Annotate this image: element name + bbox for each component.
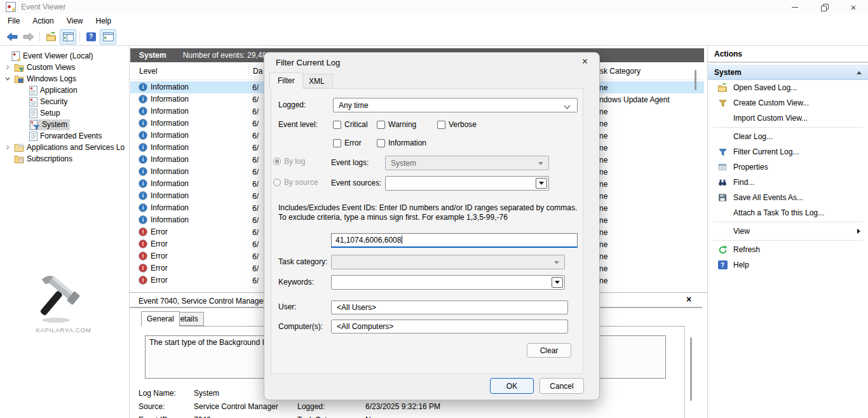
cancel-button[interactable]: Cancel — [539, 378, 584, 394]
column-divider[interactable] — [248, 66, 249, 76]
watermark-text: KAPILARYA.COM — [28, 327, 99, 334]
tree-item-applications-and-services[interactable]: Applications and Services Lo — [0, 142, 129, 153]
event-level: Information — [151, 107, 189, 116]
action-open-saved-log[interactable]: Open Saved Log... — [708, 80, 868, 95]
error-icon: ! — [139, 252, 147, 260]
event-task-category: ne — [599, 228, 689, 237]
minimize-button[interactable] — [780, 0, 810, 14]
event-date: 6/ — [252, 276, 259, 285]
help-button[interactable]: ? — [83, 30, 98, 44]
collapse-arrow-icon[interactable] — [857, 71, 862, 74]
tree-item-security[interactable]: Security — [0, 96, 129, 107]
tree-item-system[interactable]: System — [0, 119, 129, 130]
event-task-category: ne — [599, 204, 689, 213]
back-button[interactable] — [4, 30, 20, 44]
event-sources-dropdown[interactable] — [385, 176, 549, 191]
checkbox-critical[interactable]: Critical — [333, 120, 368, 129]
event-task-category: ne — [599, 240, 689, 249]
event-task-category: ndows Update Agent — [599, 95, 689, 104]
action-filter-current-log[interactable]: Filter Current Log... — [708, 144, 868, 159]
dialog-tab-filter[interactable]: Filter — [269, 72, 303, 89]
computers-input[interactable] — [331, 320, 568, 334]
radio-icon — [273, 179, 281, 186]
event-task-category: ne — [599, 216, 689, 225]
subscriptions-folder-icon — [14, 155, 24, 163]
event-ids-input[interactable]: 41,1074,6006,6008 — [331, 233, 578, 248]
restore-button[interactable] — [810, 0, 839, 14]
dialog-tab-xml[interactable]: XML — [301, 74, 333, 88]
column-header-date[interactable]: Da — [253, 67, 262, 76]
properties-icon — [717, 163, 728, 172]
keywords-dropdown[interactable] — [331, 275, 565, 290]
menu-view[interactable]: View — [60, 15, 90, 27]
action-clear-log[interactable]: Clear Log... — [708, 129, 868, 144]
dropdown-arrow-icon — [538, 162, 543, 165]
close-button[interactable]: × — [839, 0, 868, 14]
action-refresh[interactable]: Refresh — [708, 242, 868, 257]
action-save-all-events-as[interactable]: Save All Events As... — [708, 190, 868, 205]
tree-item-custom-views[interactable]: Custom Views — [0, 62, 129, 73]
checkbox-verbose[interactable]: Verbose — [437, 120, 477, 129]
checkbox-warning[interactable]: Warning — [377, 120, 416, 129]
menu-action[interactable]: Action — [26, 15, 60, 27]
clear-button[interactable]: Clear — [527, 343, 571, 358]
information-icon: i — [139, 83, 147, 91]
action-find[interactable]: Find... — [708, 175, 868, 190]
information-icon: i — [139, 167, 147, 176]
menu-file[interactable]: File — [1, 15, 26, 27]
error-icon: ! — [139, 264, 147, 273]
dropdown-button[interactable] — [552, 277, 563, 288]
event-date: 6/ — [252, 131, 259, 140]
event-date: 6/ — [252, 192, 259, 201]
actions-group-system[interactable]: System — [708, 65, 868, 80]
action-view-submenu[interactable]: View — [708, 224, 868, 239]
action-import-custom-view[interactable]: Import Custom View... — [708, 111, 868, 126]
radio-by-source[interactable]: By source — [273, 178, 318, 187]
checkbox-icon — [437, 121, 445, 129]
information-icon: i — [139, 191, 147, 200]
tree-item-forwarded-events[interactable]: Forwarded Events — [0, 130, 129, 142]
event-logs-dropdown[interactable]: System — [385, 156, 549, 170]
toggle-console-tree-button[interactable] — [60, 29, 76, 44]
folder-open-icon — [46, 32, 57, 41]
open-saved-log-button[interactable] — [43, 30, 58, 44]
event-level: Information — [151, 119, 189, 128]
user-input[interactable] — [331, 300, 568, 314]
tab-general[interactable]: General — [141, 311, 180, 327]
menu-help[interactable]: Help — [90, 15, 118, 27]
event-task-category: ne — [599, 264, 689, 273]
logged-dropdown[interactable]: Any time — [333, 98, 578, 112]
action-create-custom-view[interactable]: Create Custom View... — [708, 95, 868, 111]
checkbox-error[interactable]: Error — [333, 138, 362, 147]
ok-button[interactable]: OK — [490, 378, 534, 394]
tree-item-application[interactable]: Application — [0, 84, 129, 96]
task-category-dropdown[interactable] — [331, 255, 565, 269]
dialog-close-icon[interactable]: × — [582, 56, 588, 67]
event-level: Error — [151, 252, 168, 260]
event-level: Error — [151, 264, 168, 273]
forward-button[interactable] — [21, 30, 36, 44]
action-attach-task[interactable]: Attach a Task To this Log... — [708, 205, 868, 220]
event-date: 6/ — [252, 264, 259, 273]
event-date: 6/ — [252, 180, 259, 189]
security-log-icon — [29, 97, 37, 107]
logged-value: 6/23/2025 9:32:16 PM — [365, 402, 440, 411]
event-level: Error — [151, 239, 168, 248]
column-header-level[interactable]: Level — [139, 67, 158, 76]
preview-scrollbar-thumb[interactable] — [690, 337, 692, 401]
dropdown-button[interactable] — [536, 178, 547, 189]
tree-item-windows-logs[interactable]: Windows Logs — [0, 73, 129, 84]
column-header-task-category[interactable]: sk Category — [600, 67, 641, 76]
tree-item-subscriptions[interactable]: Subscriptions — [0, 153, 129, 165]
preview-close-icon[interactable]: × — [686, 295, 691, 304]
checkbox-information[interactable]: Information — [377, 138, 426, 147]
tree-item-event-viewer-local[interactable]: Event Viewer (Local) — [0, 50, 129, 62]
radio-by-log[interactable]: By log — [273, 157, 305, 166]
actions-pane: Actions System Open Saved Log... Create … — [707, 46, 868, 418]
event-list-scrollbar-thumb[interactable] — [695, 70, 696, 90]
action-properties[interactable]: Properties — [708, 159, 868, 175]
toggle-action-pane-button[interactable] — [100, 29, 116, 44]
information-icon: i — [139, 119, 147, 128]
tree-item-setup[interactable]: Setup — [0, 107, 129, 119]
action-help[interactable]: ? Help — [708, 257, 868, 273]
